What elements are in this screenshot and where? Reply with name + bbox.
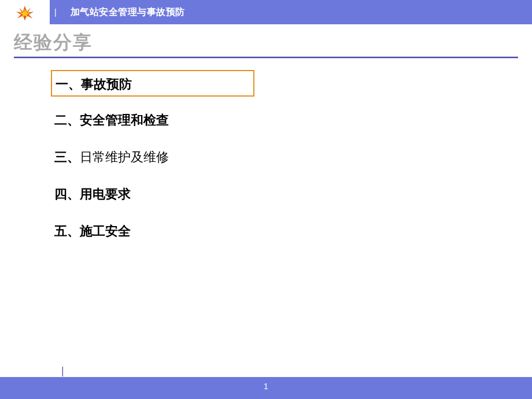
- sunburst-logo-icon: [15, 3, 35, 21]
- toc-list: 一、事故预防 二、安全管理和检查 三、日常维护及维修 四、用电要求 五、施工安全: [51, 70, 518, 243]
- footer-bar: 1: [0, 377, 532, 399]
- footer-separator: |: [61, 365, 64, 377]
- toc-item-4: 四、用电要求: [51, 181, 254, 206]
- section-underline: [14, 57, 518, 58]
- header-title: 加气站安全管理与事故预防: [71, 6, 185, 19]
- page-number: 1: [0, 382, 532, 391]
- toc-item-5: 五、施工安全: [51, 218, 254, 243]
- toc-item-2: 二、安全管理和检查: [51, 107, 254, 132]
- toc-item-3: 三、日常维护及维修: [51, 144, 254, 169]
- section-title: 经验分享: [14, 30, 518, 56]
- logo-container: [0, 0, 50, 24]
- header-separator: |: [54, 8, 57, 17]
- toc-item-1: 一、事故预防: [51, 70, 254, 97]
- header-bar: | 加气站安全管理与事故预防: [0, 0, 532, 24]
- slide-content: 经验分享 一、事故预防 二、安全管理和检查 三、日常维护及维修 四、用电要求 五…: [14, 28, 518, 255]
- toc-item-3-body: 日常维护及维修: [80, 150, 169, 164]
- toc-item-3-prefix: 三、: [54, 150, 80, 164]
